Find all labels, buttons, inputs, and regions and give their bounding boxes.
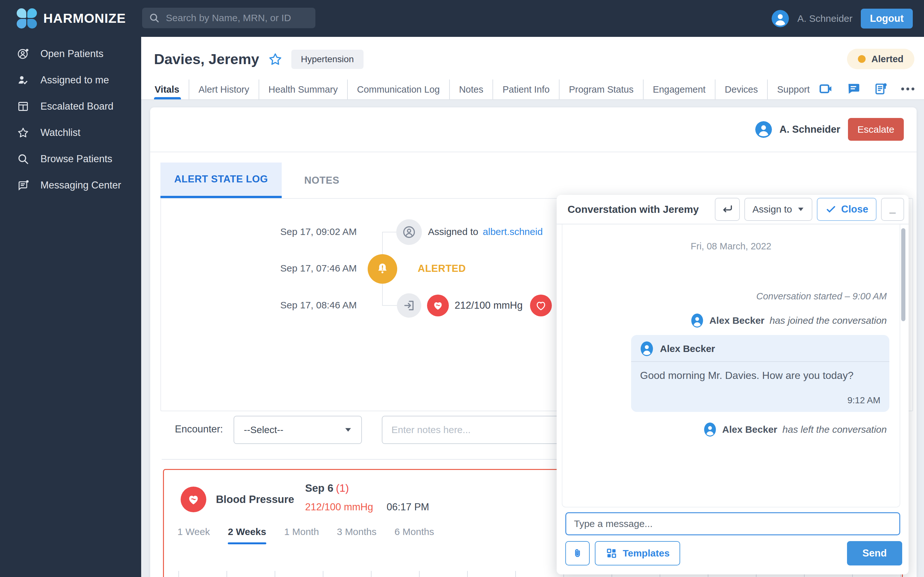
assignee-link[interactable]: albert.schneid [483,226,543,237]
tab-vitals[interactable]: Vitals [154,79,189,99]
assigned-person-icon [396,219,422,245]
timeline-time: Sep 17, 08:46 AM [254,300,357,311]
assign-to-button[interactable]: Assign to [744,198,813,221]
search-input[interactable] [166,13,309,23]
encounter-select[interactable]: --Select-- [234,416,362,444]
patient-action-icons [819,81,914,96]
tab-alert-history[interactable]: Alert History [189,79,258,99]
conversation-header-buttons: Assign to Close _ [715,198,904,221]
bp-value: 212/100 mmHg [305,501,373,513]
timeline-time: Sep 17, 07:46 AM [254,263,357,274]
bp-count: (1) [336,482,349,494]
templates-grid-icon [606,547,618,559]
paperclip-icon [571,547,584,560]
tab-support[interactable]: Support [767,79,819,99]
tab-communication-log[interactable]: Communication Log [347,79,449,99]
sidebar-item-escalated-board[interactable]: Escalated Board [0,93,141,119]
bp-date: Sep 6 [305,482,333,494]
open-patients-icon [17,47,29,60]
participant-avatar [703,422,717,437]
assignee-name: A. Schneider [780,124,841,135]
bp-reading-value: 212/100 mmHg [455,300,523,311]
conversation-panel: Converstation with Jeremy Assign to Clos… [557,195,909,574]
sidebar-item-label: Escalated Board [40,101,113,112]
sidebar-item-assigned-to-me[interactable]: Assigned to me [0,67,141,93]
care-assignment-row: A. Schneider Escalate [755,118,904,141]
participant-name: Alex Becker [709,315,764,326]
encounter-select-value: --Select-- [244,424,344,435]
system-message-text: has left the conversation [782,424,887,435]
conversation-started-note: Conversation started – 9:00 AM [756,291,887,301]
attachment-button[interactable] [565,541,590,566]
conversation-scrollbar[interactable] [901,228,905,321]
sender-avatar [640,342,654,356]
status-badge: Alerted [847,49,914,69]
timeline-connector [382,305,397,306]
range-1-week[interactable]: 1 Week [178,526,210,542]
bp-range-tabs: 1 Week 2 Weeks 1 Month 3 Months 6 Months [178,526,434,542]
brand-name: HARMONIZE [43,11,126,26]
sidebar-item-browse-patients[interactable]: Browse Patients [0,146,141,172]
sidebar-nav: Open Patients Assigned to me Escalated B… [0,37,141,577]
conversation-messages: Fri, 08 March, 2022 Conversation started… [562,224,900,508]
bp-latest-reading: Sep 6(1) 212/100 mmHg06:17 PM [305,482,429,513]
topbar-user-area: A. Schneider Logout [772,0,913,37]
assignee-avatar [755,121,772,138]
conversation-date: Fri, 08 March, 2022 [562,241,900,251]
sidebar-item-label: Watchlist [40,127,81,139]
pinned-note-icon[interactable] [874,81,888,96]
minimize-button[interactable]: _ [881,198,904,221]
tab-notes[interactable]: Notes [449,79,493,99]
conversation-header: Converstation with Jeremy Assign to Clos… [557,195,909,224]
message-sender-row: Alex Becker [631,335,889,362]
sidebar-item-label: Browse Patients [40,153,112,165]
tab-program-status[interactable]: Program Status [559,79,643,99]
message-text: Good morning Mr. Davies. How are you tod… [631,362,889,382]
bp-card-header: Blood Pressure [181,487,294,512]
status-badge-label: Alerted [871,54,903,64]
chat-icon[interactable] [846,81,861,96]
search-icon [17,153,29,165]
templates-button[interactable]: Templates [595,541,680,566]
return-arrow-icon [721,203,734,216]
range-1-month[interactable]: 1 Month [284,526,319,542]
send-button[interactable]: Send [847,541,902,566]
tab-patient-info[interactable]: Patient Info [493,79,559,99]
chat-bubble-icon [17,179,29,192]
system-message-left: Alex Becker has left the conversation [703,422,887,437]
participant-name: Alex Becker [722,424,777,435]
patient-identity: Davies, Jeremy Hypertension [154,50,363,69]
person-check-icon [17,74,29,87]
global-search[interactable] [142,8,315,28]
tab-health-summary[interactable]: Health Summary [258,79,347,99]
video-call-icon[interactable] [819,81,833,96]
timeline-time: Sep 17, 09:02 AM [254,226,357,237]
sidebar-item-open-patients[interactable]: Open Patients [0,41,141,67]
range-3-months[interactable]: 3 Months [337,526,376,542]
tab-alert-state-log[interactable]: ALERT STATE LOG [160,163,282,198]
check-icon [825,203,837,215]
sidebar-item-messaging-center[interactable]: Messaging Center [0,172,141,198]
close-conversation-button[interactable]: Close [817,198,877,221]
timeline-assigned-entry: Assigned to albert.schneid [428,226,543,237]
tab-engagement[interactable]: Engagement [643,79,715,99]
range-2-weeks[interactable]: 2 Weeks [228,526,266,542]
brand: HARMONIZE [17,8,126,29]
escalate-button[interactable]: Escalate [848,118,904,141]
range-6-months[interactable]: 6 Months [395,526,434,542]
tab-devices[interactable]: Devices [715,79,767,99]
message-input[interactable] [565,512,900,535]
measurement-received-icon [397,293,421,318]
bp-card-title: Blood Pressure [216,493,294,506]
log-tabs: ALERT STATE LOG NOTES [160,163,362,198]
logout-button[interactable]: Logout [861,9,913,29]
user-avatar[interactable] [772,10,789,27]
return-button[interactable] [715,198,740,221]
sidebar-item-watchlist[interactable]: Watchlist [0,119,141,146]
chevron-down-icon [345,428,351,432]
tab-log-notes[interactable]: NOTES [282,163,362,198]
more-options-icon[interactable] [901,87,914,90]
alert-dot-icon [858,55,866,63]
sidebar-item-label: Assigned to me [40,74,109,86]
favorite-star-icon[interactable] [268,52,283,67]
